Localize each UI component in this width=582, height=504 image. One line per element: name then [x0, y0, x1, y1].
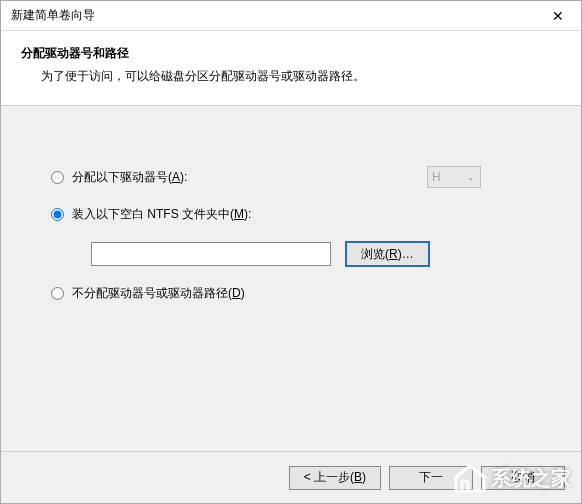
- mount-path-row: 浏览(R)…: [91, 241, 541, 267]
- wizard-footer: < 上一步(B) 下一 取消 系统之家: [1, 451, 581, 503]
- page-description: 为了便于访问，可以给磁盘分区分配驱动器号或驱动器路径。: [21, 68, 561, 85]
- close-button[interactable]: ✕: [535, 1, 581, 31]
- label-mount-path: 装入以下空白 NTFS 文件夹中(M):: [72, 206, 251, 223]
- option-no-assign[interactable]: 不分配驱动器号或驱动器路径(D): [51, 285, 541, 302]
- next-button[interactable]: 下一: [389, 466, 473, 490]
- wizard-header: 分配驱动器号和路径 为了便于访问，可以给磁盘分区分配驱动器号或驱动器路径。: [1, 31, 581, 106]
- page-title: 分配驱动器号和路径: [21, 45, 561, 62]
- back-button[interactable]: < 上一步(B): [289, 466, 381, 490]
- drive-letter-select-wrap: H ⌄: [427, 166, 481, 188]
- close-icon: ✕: [552, 8, 564, 24]
- radio-assign-letter[interactable]: [51, 171, 64, 184]
- titlebar: 新建简单卷向导 ✕: [1, 1, 581, 31]
- drive-letter-select[interactable]: H: [427, 166, 481, 188]
- wizard-window: 新建简单卷向导 ✕ 分配驱动器号和路径 为了便于访问，可以给磁盘分区分配驱动器号…: [0, 0, 582, 504]
- radio-mount-path[interactable]: [51, 208, 64, 221]
- option-assign-letter[interactable]: 分配以下驱动器号(A): H ⌄: [51, 166, 541, 188]
- label-no-assign: 不分配驱动器号或驱动器路径(D): [72, 285, 245, 302]
- mount-path-input[interactable]: [91, 242, 331, 266]
- cancel-button[interactable]: 取消: [481, 466, 565, 490]
- browse-button[interactable]: 浏览(R)…: [345, 241, 430, 267]
- option-mount-path[interactable]: 装入以下空白 NTFS 文件夹中(M):: [51, 206, 541, 223]
- wizard-content: 分配以下驱动器号(A): H ⌄ 装入以下空白 NTFS 文件夹中(M): 浏览…: [1, 106, 581, 451]
- label-assign-letter: 分配以下驱动器号(A):: [72, 169, 187, 186]
- window-title: 新建简单卷向导: [11, 7, 95, 24]
- radio-no-assign[interactable]: [51, 287, 64, 300]
